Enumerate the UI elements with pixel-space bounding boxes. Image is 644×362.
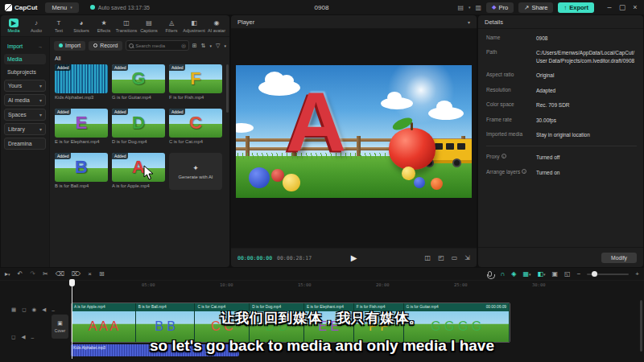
tab-transitions[interactable]: ◫Transitions xyxy=(115,19,138,33)
sidebar-item-subprojects[interactable]: Subprojects xyxy=(4,67,46,77)
zoom-out-icon[interactable]: − xyxy=(577,270,581,278)
media-item-g-guitar[interactable]: AddedG G is for Guitar.mp4 xyxy=(112,64,165,100)
search-by-image-icon[interactable]: ◎ xyxy=(181,43,186,49)
sidebar-item-ai-media[interactable]: AI media▾ xyxy=(4,94,46,106)
mirror-preview-icon[interactable]: ◫ xyxy=(425,254,431,261)
split-icon[interactable]: ✂ xyxy=(43,270,48,278)
search-icon xyxy=(129,43,134,48)
sidebar-item-import[interactable]: Import→ xyxy=(4,41,46,51)
preview-axis-icon[interactable]: ◧▾ xyxy=(537,270,545,278)
video-thumbnail[interactable]: AddedB xyxy=(55,153,108,182)
delete-icon[interactable]: × xyxy=(88,270,92,278)
record-button[interactable]: Record xyxy=(89,41,122,51)
panel-layout-icon[interactable]: ▥ xyxy=(476,4,482,11)
media-item-c-cat[interactable]: AddedC C is for Cat.mp4 xyxy=(169,109,222,144)
pro-button[interactable]: ◆ Pro xyxy=(486,2,514,13)
media-grid: Added Kids Alphabet.mp3 AddedG G is for … xyxy=(55,64,222,190)
project-title: 0908 xyxy=(315,4,329,11)
sidebar-item-dreamina[interactable]: Dreamina xyxy=(4,138,46,150)
media-item-f-fish[interactable]: AddedF F is for Fish.mp4 xyxy=(169,64,222,100)
media-item-e-elephant[interactable]: AddedE E is for Elephant.mp4 xyxy=(55,109,108,144)
pro-label: Pro xyxy=(499,4,509,11)
share-button[interactable]: ↗ Share xyxy=(518,2,553,13)
sort-icon[interactable]: ⇅ xyxy=(201,43,206,49)
layout-toggle-icon[interactable]: ▤ xyxy=(457,4,464,11)
tab-ai-avatar[interactable]: ◉AI avatar xyxy=(205,19,228,33)
sidebar-item-media[interactable]: Media xyxy=(4,54,46,64)
link-clips-icon[interactable]: ◈ xyxy=(511,270,516,278)
generate-with-ai-button[interactable]: ✦ Generate with AI xyxy=(169,153,222,190)
tab-text[interactable]: TText xyxy=(47,19,70,33)
voiceover-mic-icon[interactable] xyxy=(488,271,492,277)
snapshot-icon[interactable]: ▣ xyxy=(552,270,559,278)
search-input[interactable] xyxy=(135,43,167,48)
tab-adjustment[interactable]: ◧Adjustment xyxy=(183,19,205,33)
tab-effects[interactable]: ★Effects xyxy=(93,19,115,33)
play-button[interactable]: ▶ xyxy=(351,253,357,262)
redo-icon[interactable]: ↷ xyxy=(30,270,35,278)
tab-media[interactable]: ▶Media xyxy=(2,19,25,33)
media-item-b-ball[interactable]: AddedB B is for Ball.mp4 xyxy=(55,153,108,190)
video-thumbnail[interactable]: AddedD xyxy=(112,109,165,138)
capcut-window: CapCut Menu ▾ Auto saved 13:17:35 0908 ▤… xyxy=(0,0,644,362)
sidebar-item-yours[interactable]: Yours▾ xyxy=(4,80,46,92)
filter-icon[interactable]: ▽ xyxy=(216,43,220,49)
blue-ball xyxy=(249,167,270,188)
crop-icon[interactable]: ⊞ xyxy=(99,270,105,278)
close-button[interactable]: × xyxy=(630,3,641,11)
player-menu-icon[interactable]: ▾ xyxy=(468,19,470,25)
export-button[interactable]: ↑ Export xyxy=(558,2,594,13)
zoom-slider-handle[interactable] xyxy=(592,271,597,277)
delete-right-icon[interactable]: ⌦ xyxy=(72,270,80,278)
tab-filters[interactable]: ◬Filters xyxy=(160,19,183,33)
tab-captions[interactable]: ▤Captions xyxy=(138,19,160,33)
expand-preview-icon[interactable]: ◰ xyxy=(438,254,444,261)
chevron-down-icon: ▾ xyxy=(39,112,42,117)
tab-audio[interactable]: ♪Audio xyxy=(25,19,47,33)
modify-button[interactable]: Modify xyxy=(601,253,637,263)
timeline-ruler[interactable]: 05:00 10:00 15:00 20:00 25:00 30:00 xyxy=(0,281,644,290)
video-thumbnail[interactable]: AddedC xyxy=(169,109,222,138)
layout-chevron-icon[interactable]: ▾ xyxy=(469,5,471,10)
menu-button[interactable]: Menu ▾ xyxy=(45,2,78,13)
record-icon xyxy=(93,43,97,47)
filters-icon: ◬ xyxy=(169,19,174,27)
sidebar-item-spaces[interactable]: Spaces▾ xyxy=(4,109,46,121)
sparkle-plus-icon: ✦ xyxy=(192,164,199,172)
undo-icon[interactable]: ↶ xyxy=(18,270,23,278)
video-preview[interactable]: A xyxy=(236,65,472,198)
aspect-ratio-icon[interactable]: ▭ xyxy=(452,254,458,261)
export-label: Export xyxy=(569,4,588,11)
autoscroll-icon[interactable]: ▦▾ xyxy=(522,270,530,278)
video-thumbnail[interactable]: AddedG xyxy=(112,64,165,93)
video-thumbnail[interactable]: AddedA xyxy=(112,153,165,182)
media-scrollbar[interactable] xyxy=(226,64,229,113)
select-tool-icon[interactable]: ▸▾ xyxy=(5,270,10,278)
zoom-in-icon[interactable]: + xyxy=(635,270,639,278)
grid-view-icon[interactable]: ⊞ xyxy=(192,43,197,49)
media-item-d-dog[interactable]: AddedD D is for Dog.mp4 xyxy=(112,109,165,144)
magnetic-snap-icon[interactable]: ∩ xyxy=(500,270,505,278)
audio-thumbnail[interactable]: Added xyxy=(55,64,108,93)
sidebar-item-library[interactable]: Library▾ xyxy=(4,123,46,135)
detail-row-resolution: ResolutionAdapted xyxy=(486,87,637,94)
timeline-zoom-slider[interactable] xyxy=(587,274,629,275)
preview-area: A xyxy=(231,29,477,248)
media-library: Import Record ◎ ⊞ ⇅▾ ▽▾ All xyxy=(50,37,229,267)
search-box[interactable]: ◎ xyxy=(126,40,189,51)
video-thumbnail[interactable]: AddedF xyxy=(169,64,222,93)
media-item-a-apple[interactable]: AddedA A is for Apple.mp4 xyxy=(112,153,165,190)
filter-all-label[interactable]: All xyxy=(55,56,61,61)
zoom-fit-icon[interactable]: ◱ xyxy=(564,270,571,278)
media-item-kids-alphabet[interactable]: Added Kids Alphabet.mp3 xyxy=(55,64,108,100)
import-button[interactable]: Import xyxy=(54,41,85,51)
fullscreen-icon[interactable]: ⇲ xyxy=(464,254,470,261)
maximize-button[interactable]: ▢ xyxy=(617,3,628,11)
delete-left-icon[interactable]: ⌫ xyxy=(56,270,64,278)
sort-chevron-icon[interactable]: ▾ xyxy=(210,43,213,48)
minimize-button[interactable]: – xyxy=(604,3,615,11)
video-thumbnail[interactable]: AddedE xyxy=(55,109,108,138)
filter-chevron-icon[interactable]: ▾ xyxy=(224,43,226,48)
tab-stickers[interactable]: ◕Stickers xyxy=(70,19,93,33)
detail-row-name: Name0908 xyxy=(486,35,637,42)
